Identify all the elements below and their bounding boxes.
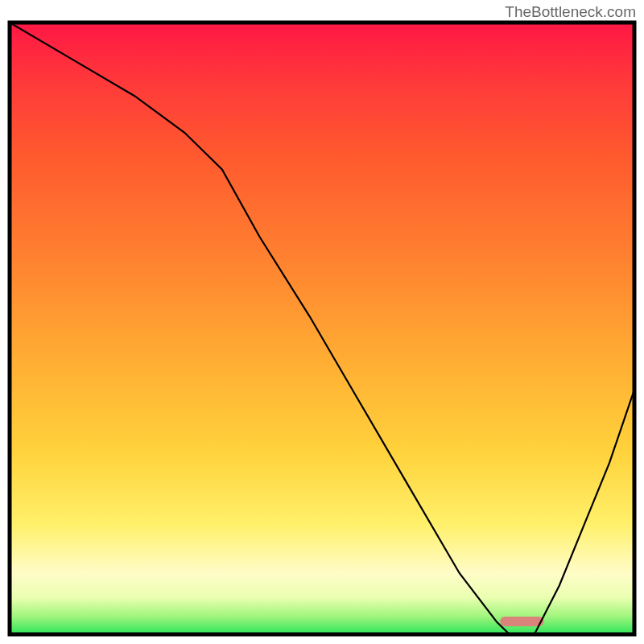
watermark-text: TheBottleneck.com bbox=[505, 3, 636, 21]
chart-container: { "watermark": "TheBottleneck.com", "cha… bbox=[0, 0, 644, 644]
svg-rect-0 bbox=[10, 23, 634, 634]
bottleneck-chart bbox=[0, 0, 644, 644]
target-marker bbox=[500, 617, 543, 626]
